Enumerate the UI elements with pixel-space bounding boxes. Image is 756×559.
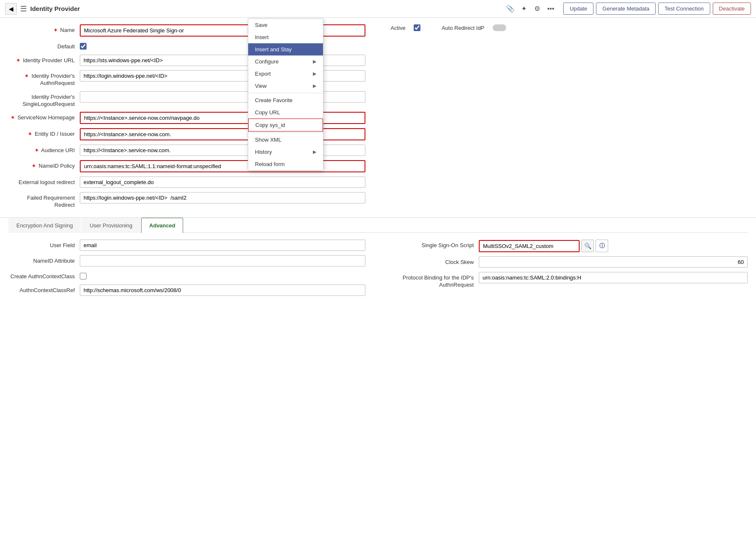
clock-skew-label: Clock Skew: [386, 256, 479, 266]
audience-uri-required-star: ✶: [34, 147, 39, 153]
hamburger-icon[interactable]: ☰: [20, 4, 27, 13]
back-button[interactable]: ◀: [5, 3, 17, 15]
idp-authn-label: ✶ Identity Provider's AuthnRequest: [8, 70, 80, 87]
tabs-bar: Encryption And Signing User Provisioning…: [8, 218, 748, 233]
menu-divider-2: [248, 132, 323, 133]
context-menu: Save Insert Insert and Stay Configure ▶ …: [248, 18, 323, 171]
create-authn-label: Create AuthnContextClass: [8, 271, 80, 280]
tab-encryption[interactable]: Encryption And Signing: [8, 218, 81, 233]
idp-authn-row: ✶ Identity Provider's AuthnRequest: [8, 70, 748, 87]
servicenow-hp-required-star: ✶: [10, 114, 15, 121]
menu-item-copy-url[interactable]: Copy URL: [248, 106, 323, 119]
menu-item-insert[interactable]: Insert: [248, 31, 323, 43]
header-icons: 📎 ✦ ⚙ •••: [504, 3, 556, 15]
active-checkbox[interactable]: [414, 24, 420, 31]
clock-skew-input[interactable]: [479, 256, 748, 268]
configure-arrow-icon: ▶: [313, 59, 316, 64]
header-actions: Update Generate Metadata Test Connection…: [563, 3, 751, 15]
nameid-attr-row: NameID Attribute: [8, 255, 370, 266]
audience-uri-row: ✶ Audience URI: [8, 145, 748, 156]
active-label: Active: [391, 25, 405, 31]
ext-logout-input[interactable]: [80, 177, 365, 188]
failed-req-input[interactable]: [80, 192, 365, 203]
tabs-section: Encryption And Signing User Provisioning…: [0, 217, 756, 307]
menu-item-history[interactable]: History ▶: [248, 146, 323, 158]
default-checkbox-wrap: [80, 41, 87, 50]
export-arrow-icon: ▶: [313, 71, 316, 76]
auto-redirect-label: Auto Redirect IdP: [441, 25, 484, 31]
menu-item-create-favorite[interactable]: Create Favorite: [248, 94, 323, 106]
nameid-attr-label: NameID Attribute: [8, 255, 80, 265]
name-label: ✶ Name: [8, 24, 80, 34]
idp-url-required-star: ✶: [16, 57, 21, 63]
failed-req-row: Failed Requirement Redirect: [8, 192, 748, 209]
attachment-icon[interactable]: 📎: [504, 3, 516, 15]
sso-script-row: Single Sign-On Script 🔍 ⓘ: [386, 240, 748, 252]
ext-logout-row: External logout redirect: [8, 177, 748, 188]
header: ◀ ☰ Identity Provider 📎 ✦ ⚙ ••• Update G…: [0, 0, 756, 18]
name-row: ✶ Name Active Auto Redirect IdP: [8, 24, 748, 37]
idp-url-label: ✶ Identity Provider URL: [8, 55, 80, 64]
settings-icon[interactable]: ⚙: [531, 3, 543, 15]
generate-metadata-button[interactable]: Generate Metadata: [596, 3, 656, 15]
authn-class-ref-label: AuthnContextClassRef: [8, 285, 80, 294]
form-area: ✶ Name Active Auto Redirect IdP Default …: [0, 18, 756, 209]
nameid-attr-input[interactable]: [80, 255, 365, 266]
menu-item-show-xml[interactable]: Show XML: [248, 134, 323, 146]
idp-authn-required-star: ✶: [24, 73, 29, 79]
protocol-binding-row: Protocol Binding for the IDP's AuthnRequ…: [386, 272, 748, 289]
menu-divider-1: [248, 93, 323, 93]
create-authn-checkbox-wrap: [80, 271, 87, 280]
servicenow-hp-row: ✶ ServiceNow Homepage: [8, 112, 748, 124]
sso-info-button[interactable]: ⓘ: [596, 240, 608, 252]
failed-req-label: Failed Requirement Redirect: [8, 192, 80, 209]
update-button[interactable]: Update: [563, 3, 593, 15]
idp-url-row: ✶ Identity Provider URL: [8, 55, 748, 66]
audience-uri-label: ✶ Audience URI: [8, 145, 80, 154]
menu-item-insert-and-stay[interactable]: Insert and Stay: [248, 43, 323, 55]
page-title: Identity Provider: [30, 5, 80, 12]
auto-redirect-toggle[interactable]: [493, 24, 506, 31]
entity-id-required-star: ✶: [28, 131, 32, 137]
entity-id-label: ✶ Entity ID / Issuer: [8, 128, 80, 138]
menu-item-view[interactable]: View ▶: [248, 80, 323, 92]
authn-class-ref-row: AuthnContextClassRef: [8, 285, 370, 296]
default-checkbox[interactable]: [80, 43, 87, 50]
menu-item-export[interactable]: Export ▶: [248, 68, 323, 80]
idp-slo-label: Identity Provider's SingleLogoutRequest: [8, 91, 80, 108]
deactivate-button[interactable]: Deactivate: [713, 3, 751, 15]
advanced-tab-content: User Field NameID Attribute Create Authn…: [8, 233, 748, 307]
protocol-binding-label: Protocol Binding for the IDP's AuthnRequ…: [386, 272, 479, 289]
create-authn-checkbox[interactable]: [80, 273, 87, 280]
sso-search-button[interactable]: 🔍: [581, 240, 594, 252]
protocol-binding-input[interactable]: [479, 272, 748, 283]
clock-skew-row: Clock Skew: [386, 256, 748, 268]
name-required-star: ✶: [53, 27, 58, 33]
more-icon[interactable]: •••: [545, 3, 556, 15]
header-left: ◀ ☰ Identity Provider: [5, 3, 80, 15]
tab-advanced[interactable]: Advanced: [141, 218, 183, 233]
ext-logout-label: External logout redirect: [8, 177, 80, 186]
sso-script-wrap: 🔍 ⓘ: [479, 240, 608, 252]
entity-id-row: ✶ Entity ID / Issuer: [8, 128, 748, 140]
tab-user-provisioning[interactable]: User Provisioning: [81, 218, 140, 233]
nameid-policy-label: ✶ NameID Policy: [8, 160, 80, 170]
create-authn-row: Create AuthnContextClass: [8, 271, 370, 280]
authn-class-ref-input[interactable]: [80, 285, 365, 296]
user-field-input[interactable]: [80, 240, 365, 251]
default-row: Default: [8, 41, 748, 50]
servicenow-hp-label: ✶ ServiceNow Homepage: [8, 112, 80, 121]
advanced-right-col: Single Sign-On Script 🔍 ⓘ Clock Skew Pro…: [386, 240, 748, 300]
menu-item-configure[interactable]: Configure ▶: [248, 55, 323, 68]
sso-script-input[interactable]: [479, 240, 580, 252]
idp-slo-row: Identity Provider's SingleLogoutRequest: [8, 91, 748, 108]
menu-item-save[interactable]: Save: [248, 19, 323, 31]
user-field-label: User Field: [8, 240, 80, 249]
menu-item-copy-sysid[interactable]: Copy sys_id: [248, 119, 323, 132]
default-label: Default: [8, 41, 80, 50]
advanced-left-col: User Field NameID Attribute Create Authn…: [8, 240, 370, 300]
test-connection-button[interactable]: Test Connection: [658, 3, 710, 15]
menu-item-reload-form[interactable]: Reload form: [248, 158, 323, 170]
add-icon[interactable]: ✦: [518, 3, 530, 15]
sso-script-label: Single Sign-On Script: [386, 240, 479, 249]
